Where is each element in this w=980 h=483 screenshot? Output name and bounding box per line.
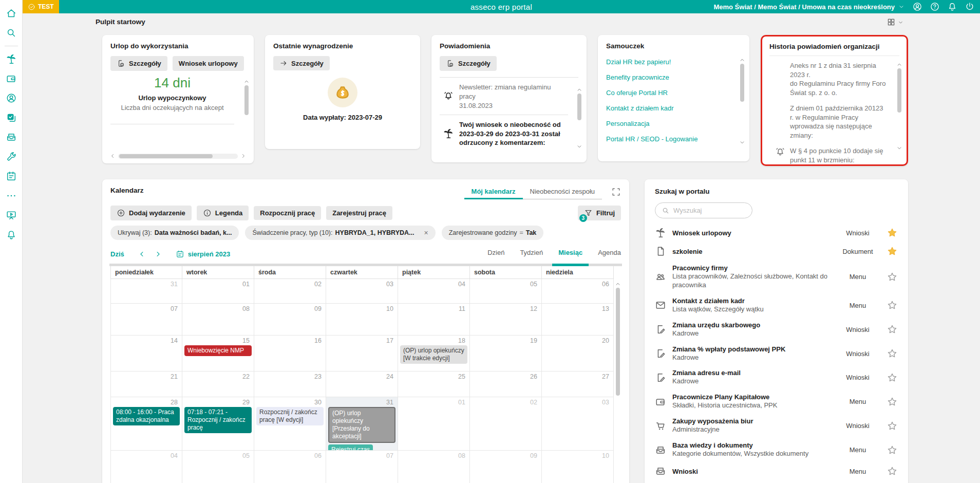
- star-filled-icon[interactable]: [882, 227, 898, 238]
- user-context-switcher[interactable]: Memo Świat / Memo Świat / Umowa na czas …: [713, 3, 905, 11]
- bell-icon[interactable]: [947, 2, 957, 12]
- sidebar-item-wallet[interactable]: [0, 69, 23, 88]
- calendar-day-cell[interactable]: 25: [398, 371, 470, 397]
- calendar-day-cell[interactable]: 07: [326, 451, 398, 483]
- calendar-day-cell[interactable]: 01: [182, 279, 254, 304]
- search-result-item[interactable]: Pracownicze Plany KapitałoweSkładki, His…: [655, 389, 898, 414]
- calendar-day-cell[interactable]: 08: [398, 451, 470, 483]
- star-outline-icon[interactable]: [882, 348, 898, 359]
- month-picker[interactable]: sierpień 2023: [176, 250, 230, 258]
- portal-search-input[interactable]: [673, 207, 735, 214]
- calendar-day-cell[interactable]: 10: [326, 304, 398, 336]
- calendar-day-cell[interactable]: 05: [182, 451, 254, 483]
- sidebar-item-document-tray[interactable]: [0, 127, 23, 147]
- calendar-day-cell[interactable]: 09: [254, 304, 326, 336]
- chip-remove-icon[interactable]: ×: [424, 229, 428, 237]
- vacation-scrollbar[interactable]: [243, 78, 250, 135]
- star-outline-icon[interactable]: [882, 324, 898, 335]
- portal-search-box[interactable]: [655, 202, 752, 218]
- calendar-day-cell[interactable]: 14: [110, 336, 182, 371]
- power-icon[interactable]: [965, 2, 975, 12]
- calendar-day-cell[interactable]: 01: [398, 397, 470, 451]
- avatar-icon[interactable]: [912, 2, 922, 12]
- calendar-day-cell[interactable]: 30Rozpocznij / zakończ pracę [W edycji]: [254, 397, 326, 451]
- search-result-item[interactable]: Zmiana adresu e-mailKadroweWnioski: [655, 365, 898, 389]
- calendar-day-cell[interactable]: 2808:00 - 16:00 - Praca zdalna okazjonal…: [110, 397, 182, 451]
- calendar-scrollbar[interactable]: [615, 281, 621, 396]
- sidebar-item-more-dots[interactable]: [0, 186, 23, 206]
- sidebar-item-home[interactable]: [0, 4, 23, 23]
- scroll-up-icon[interactable]: [739, 57, 746, 64]
- vacation-details-button[interactable]: Szczegóły: [110, 56, 167, 71]
- calendar-day-cell[interactable]: 19: [470, 336, 542, 371]
- sidebar-item-search[interactable]: [0, 23, 23, 43]
- star-outline-icon[interactable]: [882, 444, 898, 456]
- tutorial-scrollbar[interactable]: [739, 57, 745, 149]
- calendar-day-cell[interactable]: 26: [470, 371, 542, 397]
- calendar-day-cell[interactable]: 31(OP) urlop opiekuńczy [Przesłany do ak…: [326, 397, 398, 451]
- star-outline-icon[interactable]: [882, 466, 898, 477]
- filter-chip[interactable]: Ukrywaj (3):Data ważności badań, k...: [110, 226, 239, 240]
- calendar-day-cell[interactable]: 21: [110, 371, 182, 397]
- search-result-item[interactable]: Pracownicy firmyLista pracowników, Zależ…: [655, 261, 898, 293]
- calendar-day-cell[interactable]: 2907:18 - 07:21 - Rozpocznij / zakończ p…: [182, 397, 254, 451]
- org-history-scrollbar[interactable]: [896, 61, 902, 159]
- scroll-up-icon[interactable]: [614, 281, 621, 288]
- calendar-tab-m-j-kalendarz[interactable]: Mój kalendarz: [464, 187, 523, 199]
- sidebar-item-tasks[interactable]: [0, 108, 23, 127]
- calendar-day-cell[interactable]: 23: [254, 371, 326, 397]
- calendar-day-cell[interactable]: 31: [110, 279, 182, 304]
- calendar-day-cell[interactable]: 03: [542, 397, 614, 451]
- sidebar-item-person-circle[interactable]: [0, 88, 23, 108]
- calendar-event[interactable]: Wniebowzięcie NMP: [184, 345, 252, 356]
- view-tab-tydzień[interactable]: Tydzień: [520, 249, 543, 259]
- calendar-day-cell[interactable]: 06: [542, 279, 614, 304]
- calendar-day-cell[interactable]: 04: [110, 451, 182, 483]
- search-result-item[interactable]: Zmiana urzędu skarbowegoKadroweWnioski: [655, 318, 898, 342]
- sidebar-item-bell[interactable]: [0, 225, 23, 245]
- star-outline-icon[interactable]: [882, 420, 898, 432]
- scroll-left-icon[interactable]: [109, 153, 116, 159]
- calendar-day-cell[interactable]: 03: [326, 279, 398, 304]
- today-button[interactable]: Dziś: [110, 250, 124, 258]
- search-result-item[interactable]: Zakupy wyposażenia biurAdministracyjneWn…: [655, 414, 898, 438]
- scroll-up-icon[interactable]: [243, 78, 250, 85]
- next-month-icon[interactable]: [154, 250, 162, 258]
- calendar-day-cell[interactable]: 15Wniebowzięcie NMP: [182, 336, 254, 371]
- calendar-day-cell[interactable]: 17: [326, 336, 398, 371]
- tutorial-link[interactable]: Portal HR / SEOD - Logowanie: [606, 135, 730, 143]
- filter-button[interactable]: Filtruj3: [578, 206, 621, 220]
- scroll-down-icon[interactable]: [576, 143, 583, 150]
- calendar-tab-nieobecno-ci-zespo-u[interactable]: Nieobecności zespołu: [523, 187, 602, 199]
- calendar-day-cell[interactable]: 12: [470, 304, 542, 336]
- tutorial-link[interactable]: Co oferuje Portal HR: [606, 89, 730, 97]
- vacation-request-button[interactable]: Wniosek urlopowy: [173, 56, 244, 71]
- calendar-event[interactable]: Rejestruj czas: [328, 444, 373, 451]
- vacation-hscrollbar[interactable]: [109, 153, 247, 159]
- sidebar-item-calendar-note[interactable]: [0, 166, 23, 186]
- sidebar-item-palm-tree[interactable]: [0, 49, 23, 69]
- calendar-day-cell[interactable]: 08: [182, 304, 254, 336]
- view-tab-miesiąc[interactable]: Miesiąc: [558, 249, 582, 259]
- scroll-up-icon[interactable]: [576, 86, 583, 94]
- star-outline-icon[interactable]: [882, 396, 898, 407]
- tutorial-link[interactable]: Dział HR bez papieru!: [606, 58, 730, 66]
- calendar-day-cell[interactable]: 18(OP) urlop opiekuńczy [W trakcie edycj…: [398, 336, 470, 371]
- scroll-down-icon[interactable]: [739, 139, 746, 146]
- notifications-details-button[interactable]: Szczegóły: [440, 56, 497, 71]
- search-result-item[interactable]: Wniosek urlopowyWnioski: [655, 224, 898, 242]
- calendar-day-cell[interactable]: 06: [254, 451, 326, 483]
- calendar-day-cell[interactable]: 11: [398, 304, 470, 336]
- calendar-day-cell[interactable]: 10: [542, 451, 614, 483]
- scroll-right-icon[interactable]: [240, 153, 247, 159]
- tutorial-link[interactable]: Benefity pracownicze: [606, 73, 730, 81]
- sidebar-item-presentation[interactable]: [0, 206, 23, 225]
- calendar-day-cell[interactable]: 13: [542, 304, 614, 336]
- calendar-event[interactable]: 07:18 - 07:21 - Rozpocznij / zakończ pra…: [184, 407, 252, 433]
- salary-details-button[interactable]: Szczegóły: [273, 56, 330, 70]
- calendar-day-cell[interactable]: 24: [326, 371, 398, 397]
- calendar-button-dodaj-wydarzenie[interactable]: Dodaj wydarzenie: [110, 206, 192, 220]
- calendar-day-cell[interactable]: 16: [254, 336, 326, 371]
- filter-chip[interactable]: Zarejestrowane godziny=Tak: [442, 226, 544, 240]
- view-tab-agenda[interactable]: Agenda: [598, 249, 621, 259]
